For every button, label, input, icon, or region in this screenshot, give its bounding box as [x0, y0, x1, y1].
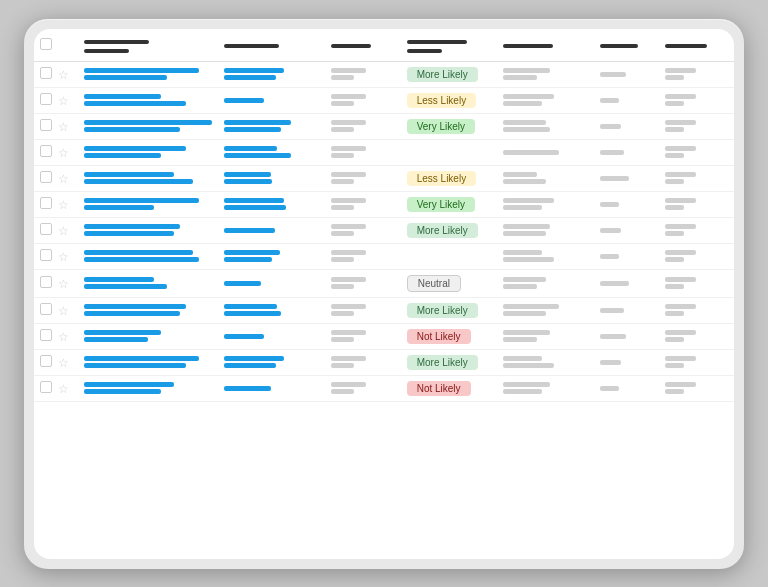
cell-gray-3: [659, 61, 734, 87]
header-checkbox[interactable]: [40, 38, 52, 50]
status-badge: More Likely: [407, 223, 478, 238]
cell-badge: Less Likely: [401, 87, 498, 113]
cell-check: ☆: [34, 297, 78, 323]
cell-bars-3: [325, 113, 400, 139]
row-star[interactable]: ☆: [58, 250, 69, 264]
cell-bars-3: [325, 87, 400, 113]
th-col4: [401, 29, 498, 62]
th-checkbox[interactable]: [34, 29, 78, 62]
row-checkbox[interactable]: [40, 171, 52, 183]
cell-gray-2: [594, 375, 659, 401]
cell-gray-2: [594, 61, 659, 87]
cell-gray-2: [594, 139, 659, 165]
row-star[interactable]: ☆: [58, 172, 69, 186]
device-frame: ☆ More Likely: [24, 19, 744, 569]
cell-bars-1: [78, 191, 218, 217]
cell-bars-2: [218, 139, 326, 165]
row-checkbox[interactable]: [40, 355, 52, 367]
table-row: ☆ More Likely: [34, 217, 734, 243]
cell-badge: [401, 243, 498, 269]
cell-gray-3: [659, 113, 734, 139]
row-checkbox[interactable]: [40, 276, 52, 288]
cell-bars-3: [325, 191, 400, 217]
cell-bars-1: [78, 217, 218, 243]
row-star[interactable]: ☆: [58, 277, 69, 291]
cell-gray-2: [594, 243, 659, 269]
cell-bars-1: [78, 87, 218, 113]
cell-bars-3: [325, 217, 400, 243]
table-container: ☆ More Likely: [34, 29, 734, 559]
cell-check: ☆: [34, 269, 78, 297]
row-checkbox[interactable]: [40, 249, 52, 261]
status-badge: Less Likely: [407, 93, 476, 108]
cell-bars-2: [218, 269, 326, 297]
cell-bars-2: [218, 375, 326, 401]
row-checkbox[interactable]: [40, 119, 52, 131]
cell-badge: Not Likely: [401, 375, 498, 401]
cell-gray-3: [659, 349, 734, 375]
cell-bars-3: [325, 61, 400, 87]
cell-gray-3: [659, 323, 734, 349]
cell-bars-2: [218, 165, 326, 191]
cell-check: ☆: [34, 61, 78, 87]
cell-bars-3: [325, 349, 400, 375]
row-star[interactable]: ☆: [58, 382, 69, 396]
table-row: ☆ Very Likely: [34, 191, 734, 217]
table-row: ☆ Neutral: [34, 269, 734, 297]
screen: ☆ More Likely: [34, 29, 734, 559]
table-row: ☆ Less Likely: [34, 87, 734, 113]
status-badge: Very Likely: [407, 197, 475, 212]
row-checkbox[interactable]: [40, 303, 52, 315]
cell-check: ☆: [34, 323, 78, 349]
cell-bars-3: [325, 139, 400, 165]
cell-gray-1: [497, 139, 594, 165]
cell-bars-2: [218, 217, 326, 243]
cell-gray-1: [497, 269, 594, 297]
row-star[interactable]: ☆: [58, 68, 69, 82]
cell-bars-3: [325, 243, 400, 269]
cell-gray-1: [497, 61, 594, 87]
cell-bars-1: [78, 113, 218, 139]
row-star[interactable]: ☆: [58, 94, 69, 108]
row-star[interactable]: ☆: [58, 224, 69, 238]
cell-gray-3: [659, 375, 734, 401]
row-checkbox[interactable]: [40, 67, 52, 79]
row-star[interactable]: ☆: [58, 146, 69, 160]
table-row: ☆ More Likely: [34, 349, 734, 375]
cell-gray-2: [594, 269, 659, 297]
row-checkbox[interactable]: [40, 329, 52, 341]
cell-bars-1: [78, 243, 218, 269]
cell-bars-2: [218, 349, 326, 375]
cell-gray-3: [659, 217, 734, 243]
cell-badge: Very Likely: [401, 113, 498, 139]
table-row: ☆: [34, 243, 734, 269]
row-star[interactable]: ☆: [58, 120, 69, 134]
cell-check: ☆: [34, 375, 78, 401]
row-star[interactable]: ☆: [58, 330, 69, 344]
row-star[interactable]: ☆: [58, 198, 69, 212]
table-row: ☆ Very Likely: [34, 113, 734, 139]
cell-bars-1: [78, 165, 218, 191]
th-col3: [325, 29, 400, 62]
cell-check: ☆: [34, 243, 78, 269]
cell-bars-1: [78, 61, 218, 87]
cell-gray-2: [594, 165, 659, 191]
cell-bars-2: [218, 191, 326, 217]
cell-gray-2: [594, 323, 659, 349]
row-checkbox[interactable]: [40, 145, 52, 157]
cell-check: ☆: [34, 113, 78, 139]
row-checkbox[interactable]: [40, 223, 52, 235]
row-checkbox[interactable]: [40, 93, 52, 105]
cell-bars-3: [325, 297, 400, 323]
cell-gray-3: [659, 191, 734, 217]
row-checkbox[interactable]: [40, 197, 52, 209]
table-row: ☆ More Likely: [34, 61, 734, 87]
th-col6: [594, 29, 659, 62]
cell-badge: Not Likely: [401, 323, 498, 349]
row-star[interactable]: ☆: [58, 356, 69, 370]
row-star[interactable]: ☆: [58, 304, 69, 318]
status-badge: Very Likely: [407, 119, 475, 134]
row-checkbox[interactable]: [40, 381, 52, 393]
cell-check: ☆: [34, 165, 78, 191]
cell-badge: More Likely: [401, 61, 498, 87]
